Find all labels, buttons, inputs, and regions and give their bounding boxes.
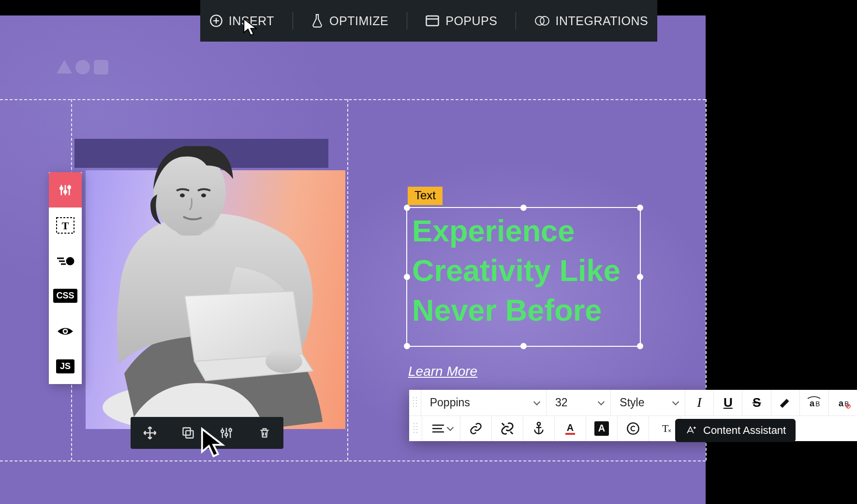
svg-line-44 — [502, 423, 504, 426]
nav-insert-label: INSERT — [229, 14, 274, 28]
tool-animation-icon[interactable] — [49, 243, 82, 278]
unlink-button[interactable] — [492, 416, 523, 442]
image-bg-block-gradient — [86, 170, 345, 429]
svg-point-46 — [537, 422, 540, 425]
tool-text-select-icon[interactable]: T — [49, 208, 82, 243]
nav-optimize-label: OPTIMIZE — [329, 14, 388, 28]
guide-top — [0, 99, 706, 100]
beaker-icon — [311, 14, 324, 28]
svg-point-51 — [627, 423, 638, 434]
window-shape-square — [94, 60, 108, 74]
toolbar-drag-grip[interactable] — [409, 390, 421, 415]
content-assistant-tooltip[interactable]: Content Assistant — [675, 419, 796, 442]
nav-integrations-label: INTEGRATIONS — [556, 14, 649, 28]
char-style-b-button[interactable]: a B — [829, 390, 857, 415]
svg-text:B: B — [815, 400, 820, 408]
font-family-value: Poppins — [430, 396, 470, 409]
nav-separator — [516, 12, 516, 30]
link-button[interactable] — [460, 416, 492, 442]
resize-handle-ne[interactable] — [637, 205, 643, 211]
tool-js-button[interactable]: JS — [49, 349, 82, 384]
tool-settings-icon[interactable] — [49, 172, 82, 208]
resize-handle-n[interactable] — [520, 205, 527, 211]
strikethrough-button[interactable]: S — [742, 390, 771, 415]
nav-separator — [407, 12, 407, 30]
duplicate-icon[interactable] — [177, 421, 200, 445]
nav-separator — [293, 12, 293, 30]
svg-line-45 — [510, 431, 513, 434]
guide-col-mid — [347, 99, 348, 460]
toolbar-drag-grip[interactable] — [409, 416, 422, 442]
svg-rect-20 — [186, 430, 193, 438]
window-shape-triangle — [57, 60, 72, 74]
window-shape-circle — [75, 60, 90, 74]
learn-more-link[interactable]: Learn More — [408, 364, 477, 379]
magic-icon — [685, 425, 697, 436]
svg-point-17 — [66, 257, 74, 265]
svg-point-26 — [225, 433, 227, 436]
svg-point-19 — [64, 330, 67, 333]
resize-handle-s[interactable] — [520, 343, 527, 349]
svg-rect-50 — [565, 433, 575, 435]
font-family-select[interactable]: Poppins — [421, 390, 547, 415]
resize-handle-nw[interactable] — [404, 205, 410, 211]
background-color-button[interactable]: A — [586, 416, 618, 442]
style-select[interactable]: Style — [611, 390, 685, 415]
nav-popups-label: POPUPS — [445, 14, 497, 28]
svg-text:T: T — [62, 220, 69, 232]
resize-handle-se[interactable] — [637, 343, 643, 349]
svg-point-25 — [221, 430, 223, 432]
font-size-value: 32 — [555, 396, 568, 409]
svg-text:a: a — [839, 399, 844, 408]
anchor-button[interactable] — [523, 416, 555, 442]
text-color-button[interactable]: A — [555, 416, 586, 442]
content-assistant-label: Content Assistant — [703, 424, 786, 437]
highlight-button[interactable] — [771, 390, 800, 415]
svg-rect-21 — [183, 428, 190, 435]
svg-point-11 — [68, 186, 70, 188]
resize-handle-w[interactable] — [404, 274, 410, 280]
svg-text:×: × — [668, 428, 671, 434]
svg-rect-31 — [427, 16, 439, 26]
tool-visibility-icon[interactable] — [49, 313, 82, 349]
move-icon[interactable] — [138, 421, 162, 445]
svg-text:a: a — [810, 399, 815, 408]
nav-integrations[interactable]: INTEGRATIONS — [534, 14, 649, 28]
element-side-toolbar: T CSS — [49, 172, 82, 384]
integrations-icon — [534, 15, 550, 27]
svg-text:A: A — [567, 422, 574, 433]
nav-insert[interactable]: INSERT — [209, 14, 274, 28]
nav-popups[interactable]: POPUPS — [425, 14, 497, 28]
image-context-toolbar — [131, 417, 283, 449]
popup-icon — [425, 15, 440, 27]
nav-optimize[interactable]: OPTIMIZE — [311, 14, 388, 28]
headline-text[interactable]: Experience Creativity Like Never Before — [412, 211, 637, 330]
guide-bottom — [0, 460, 706, 461]
resize-handle-e[interactable] — [637, 274, 643, 280]
style-select-label: Style — [620, 396, 644, 409]
svg-point-27 — [229, 429, 231, 431]
copyright-icon-button[interactable] — [618, 416, 649, 442]
svg-point-9 — [60, 187, 62, 189]
top-nav: INSERT OPTIMIZE POPUPS INTEGRATIONS — [200, 0, 657, 42]
sliders-icon[interactable] — [215, 421, 238, 445]
tool-css-button[interactable]: CSS — [49, 278, 82, 313]
font-size-select[interactable]: 32 — [547, 390, 611, 415]
svg-point-10 — [64, 190, 66, 193]
line-spacing-button[interactable] — [422, 416, 460, 442]
char-style-a-button[interactable]: a B — [800, 390, 828, 415]
delete-icon[interactable] — [253, 421, 276, 445]
resize-handle-sw[interactable] — [404, 343, 410, 349]
underline-button[interactable]: U — [714, 390, 742, 415]
image-bg-block-dark — [74, 139, 328, 168]
italic-button[interactable]: I — [685, 390, 714, 415]
selection-type-label: Text — [408, 187, 443, 205]
plus-circle-icon — [209, 14, 223, 28]
